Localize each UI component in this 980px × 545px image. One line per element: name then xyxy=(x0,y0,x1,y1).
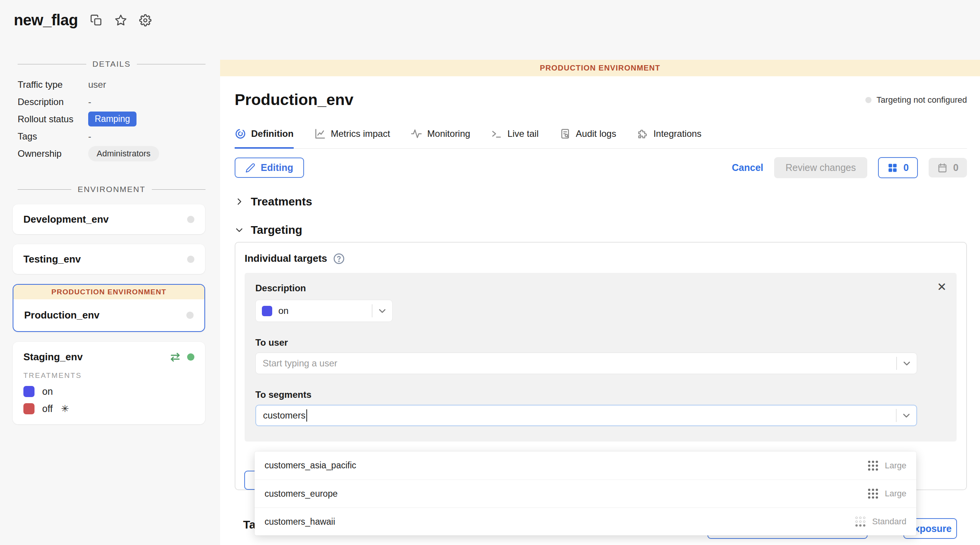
divider xyxy=(152,189,206,190)
segment-option-europe[interactable]: customers_europe Large xyxy=(255,479,916,507)
env-card-testing[interactable]: Testing_env xyxy=(13,244,205,274)
description-label: Description xyxy=(255,283,914,294)
schedule-counter-button[interactable]: 0 xyxy=(929,158,967,177)
targeting-status-text: Targeting not configured xyxy=(876,95,967,105)
divider xyxy=(896,357,897,370)
to-user-field xyxy=(255,353,917,374)
detail-label: Ownership xyxy=(18,148,88,159)
tab-live-tail[interactable]: Live tail xyxy=(491,128,538,149)
treatment-name: on xyxy=(42,386,53,397)
divider xyxy=(896,409,896,422)
integrations-puzzle-icon xyxy=(637,128,648,140)
segment-size-dots-icon xyxy=(868,461,878,471)
changes-counter-button[interactable]: 0 xyxy=(878,157,918,178)
detail-row-tags: Tags - xyxy=(18,128,206,145)
tab-label: Metrics impact xyxy=(331,128,390,139)
treatments-section-toggle[interactable]: Treatments xyxy=(235,195,967,208)
env-card-production[interactable]: PRODUCTION ENVIRONMENT Production_env xyxy=(13,284,205,332)
detail-label: Tags xyxy=(18,131,88,142)
treatment-off-row: off ✳ xyxy=(23,403,194,414)
tab-bar: Definition Metrics impact Monitoring Liv… xyxy=(235,128,967,149)
editing-button[interactable]: Editing xyxy=(235,158,304,178)
cancel-link[interactable]: Cancel xyxy=(732,162,763,173)
divider xyxy=(372,304,372,317)
review-changes-button[interactable]: Review changes xyxy=(774,157,867,178)
tab-definition[interactable]: Definition xyxy=(235,128,294,149)
segment-size-label: Large xyxy=(885,489,906,499)
editing-label: Editing xyxy=(261,162,293,173)
detail-value: user xyxy=(88,79,106,90)
detail-row-description: Description - xyxy=(18,93,206,110)
detail-value: - xyxy=(88,97,91,107)
help-icon[interactable] xyxy=(333,253,345,264)
individual-targets-title: Individual targets xyxy=(245,253,327,264)
edit-toolbar: Editing Cancel Review changes 0 0 xyxy=(235,157,967,178)
targeting-section-toggle[interactable]: Targeting xyxy=(235,223,967,236)
treatment-on-swatch xyxy=(262,306,272,316)
production-environment-banner-main: PRODUCTION ENVIRONMENT xyxy=(220,60,980,76)
env-card-development[interactable]: Development_env xyxy=(13,204,205,234)
treatments-heading: TREATMENTS xyxy=(23,371,194,380)
tab-metrics-impact[interactable]: Metrics impact xyxy=(314,128,390,149)
detail-row-traffic-type: Traffic type user xyxy=(18,76,206,93)
segment-option-hawaii[interactable]: customers_hawaii Standard xyxy=(255,507,916,535)
to-segments-label: To segments xyxy=(255,389,914,400)
tab-label: Integrations xyxy=(653,128,701,139)
tab-audit-logs[interactable]: Audit logs xyxy=(559,128,616,149)
status-dot xyxy=(186,312,194,319)
detail-value: - xyxy=(88,131,91,142)
env-card-staging[interactable]: Staging_env TREATMENTS on off ✳ xyxy=(13,342,205,424)
segment-name: customers_asia_pacific xyxy=(265,460,868,471)
to-user-label: To user xyxy=(255,337,914,348)
chevron-down-icon[interactable] xyxy=(902,411,911,420)
detail-row-rollout-status: Rollout status Ramping xyxy=(18,110,206,128)
tab-label: Audit logs xyxy=(576,128,616,139)
detail-row-ownership: Ownership Administrators xyxy=(18,145,206,162)
env-name: Testing_env xyxy=(23,253,81,265)
divider xyxy=(18,189,71,190)
environment-section-header: ENVIRONMENT xyxy=(18,185,206,194)
segment-size-label: Standard xyxy=(872,517,906,527)
tab-label: Definition xyxy=(251,128,294,139)
treatment-select-value: on xyxy=(278,305,372,316)
partial-section-heading: Ta xyxy=(243,518,256,531)
tab-integrations[interactable]: Integrations xyxy=(637,128,701,149)
copy-icon[interactable] xyxy=(90,14,102,26)
page-header: new_flag xyxy=(14,11,151,29)
tab-monitoring[interactable]: Monitoring xyxy=(411,128,470,149)
metrics-chart-icon xyxy=(314,128,326,140)
to-segments-field[interactable]: customers xyxy=(255,405,917,426)
individual-targets-panel: ✕ Description on To user xyxy=(245,273,957,442)
detail-label: Description xyxy=(18,97,88,107)
close-icon[interactable]: ✕ xyxy=(937,281,947,293)
treatment-select[interactable]: on xyxy=(255,300,393,322)
rollout-status-badge: Ramping xyxy=(88,112,136,126)
to-segments-value: customers xyxy=(263,410,306,421)
status-dot-active xyxy=(187,353,194,361)
chevron-down-icon[interactable] xyxy=(902,359,911,368)
star-icon[interactable] xyxy=(115,14,127,26)
grid-counter-icon xyxy=(887,163,898,173)
segments-dropdown: customers_asia_pacific Large customers_e… xyxy=(255,451,916,535)
environment-title: Production_env xyxy=(235,91,354,109)
detail-label: Traffic type xyxy=(18,79,88,90)
chevron-down-icon xyxy=(378,306,387,315)
schedule-count: 0 xyxy=(953,162,959,173)
env-name: Production_env xyxy=(24,309,99,321)
segment-option-asia-pacific[interactable]: customers_asia_pacific Large xyxy=(255,451,916,479)
targeting-section-title: Targeting xyxy=(251,223,302,236)
details-rows: Traffic type user Description - Rollout … xyxy=(18,76,206,162)
live-tail-terminal-icon xyxy=(491,128,502,140)
gear-icon[interactable] xyxy=(139,14,151,26)
changes-count: 0 xyxy=(903,162,909,173)
ownership-pill[interactable]: Administrators xyxy=(88,146,159,161)
tab-label: Monitoring xyxy=(427,128,470,139)
details-heading: DETAILS xyxy=(92,59,131,69)
treatment-on-row: on xyxy=(23,386,194,397)
to-user-input[interactable] xyxy=(263,358,896,369)
details-section-header: DETAILS xyxy=(18,59,206,69)
targeting-status: Targeting not configured xyxy=(865,95,967,105)
divider xyxy=(18,64,86,64)
environment-list: Development_env Testing_env PRODUCTION E… xyxy=(13,204,205,434)
treatment-on-swatch xyxy=(23,386,35,397)
